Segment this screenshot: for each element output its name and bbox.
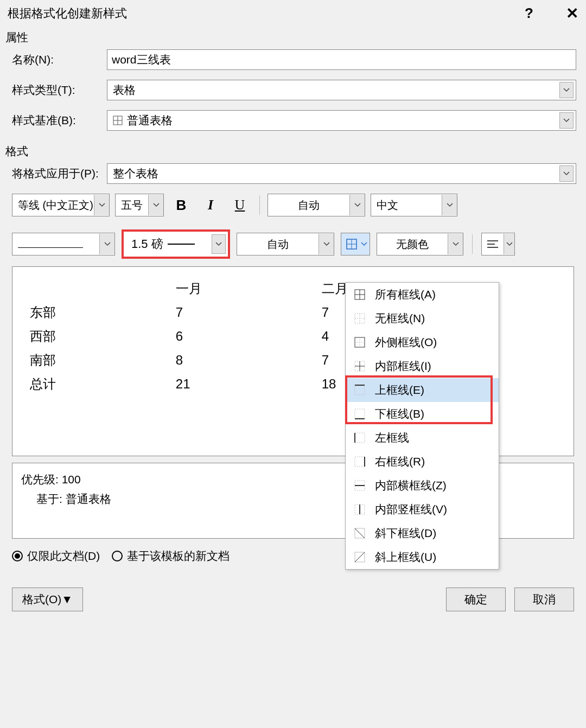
chevron-down-icon [448,234,463,254]
format-button[interactable]: 格式(O)▼ [12,587,83,611]
ok-button[interactable]: 确定 [446,587,506,611]
border-diagUp-icon [353,551,366,564]
font-family-select[interactable]: 等线 (中文正文) [12,194,110,216]
borders-menu-all[interactable]: 所有框线(A) [346,283,499,306]
line-style-icon [18,247,83,248]
borders-menu-innerH[interactable]: 内部横框线(Z) [346,474,499,497]
borders-menu-label: 外侧框线(O) [375,335,437,350]
font-color-select[interactable]: 自动 [267,194,365,216]
fill-color-value: 无颜色 [377,237,448,252]
section-format-label: 格式 [0,141,586,161]
chevron-down-icon [559,112,574,129]
border-all-icon [353,288,366,301]
table-icon [113,116,123,125]
italic-button[interactable]: I [199,194,222,216]
close-button[interactable]: ✕ [566,4,578,22]
borders-menu-inside[interactable]: 内部框线(I) [346,354,499,378]
svg-rect-21 [355,385,365,395]
borders-menu-label: 斜上框线(U) [375,550,436,565]
style-based-value: 普通表格 [127,113,173,128]
table-cell: 7 [171,301,317,324]
border-color-select[interactable]: 自动 [237,233,334,256]
underline-button[interactable]: U [228,194,252,216]
border-bottom-icon [353,407,366,420]
border-outside-icon [353,336,366,349]
svg-line-34 [355,528,365,538]
chevron-down-icon [349,195,365,215]
font-lang-select[interactable]: 中文 [371,194,457,216]
radio-this-document-label: 仅限此文档(D) [27,548,100,564]
font-lang-value: 中文 [371,198,442,213]
borders-menu-label: 内部竖框线(V) [375,502,447,517]
chevron-down-icon [148,195,163,215]
font-size-select[interactable]: 五号 [115,194,164,216]
dialog-footer: 格式(O)▼ 确定 取消 [0,587,586,621]
table-cell: 21 [171,372,317,396]
font-toolbar: 等线 (中文正文) 五号 B I U 自动 中文 [0,194,586,216]
table-header [26,277,171,301]
table-cell: 总计 [26,372,171,396]
borders-menu-diagUp[interactable]: 斜上框线(U) [346,545,499,569]
borders-menu-label: 内部框线(I) [375,359,431,374]
line-weight-select[interactable]: 1.5 磅 [122,229,230,259]
font-family-value: 等线 (中文正文) [12,198,94,213]
borders-menu-bottom[interactable]: 下框线(B) [346,402,499,426]
line-weight-value: 1.5 磅 [131,236,163,252]
table-cell: 东部 [26,301,171,324]
borders-menu-left[interactable]: 左框线 [346,426,499,450]
borders-menu-label: 上框线(E) [375,382,424,398]
dialog-titlebar: 根据格式化创建新样式 ? ✕ [0,0,586,27]
section-properties-label: 属性 [0,27,586,47]
line-style-select[interactable] [12,233,115,256]
radio-template[interactable]: 基于该模板的新文档 [112,548,230,564]
name-input[interactable] [107,49,576,70]
border-color-value: 自动 [237,237,319,252]
chevron-down-icon [319,234,334,254]
borders-menu-innerV[interactable]: 内部竖框线(V) [346,497,499,521]
style-based-label: 样式基准(B): [12,113,107,128]
style-type-select[interactable]: 表格 [107,80,576,100]
radio-this-document[interactable]: 仅限此文档(D) [12,548,100,564]
style-type-label: 样式类型(T): [12,82,107,98]
fill-color-select[interactable]: 无颜色 [377,233,463,256]
chevron-down-icon [212,234,226,254]
radio-template-label: 基于该模板的新文档 [127,548,230,564]
border-innerV-icon [353,503,366,516]
borders-menu-outside[interactable]: 外侧框线(O) [346,330,499,354]
borders-dropdown-menu: 所有框线(A)无框线(N)外侧框线(O)内部框线(I)上框线(E)下框线(B)左… [345,282,499,570]
borders-menu-label: 下框线(B) [375,406,424,422]
border-right-icon [353,455,366,468]
borders-button[interactable] [341,233,370,256]
apply-to-select[interactable]: 整个表格 [107,163,576,184]
bold-button[interactable]: B [169,194,193,216]
cancel-button[interactable]: 取消 [514,587,574,611]
dialog-title: 根据格式化创建新样式 [8,5,525,22]
style-based-select[interactable]: 普通表格 [107,110,576,131]
svg-line-36 [355,552,365,562]
border-toolbar: 1.5 磅 自动 无颜色 [0,229,586,259]
table-cell: 8 [171,348,317,372]
apply-to-label: 将格式应用于(P): [12,166,107,181]
borders-menu-label: 所有框线(A) [375,287,436,302]
border-diagDown-icon [353,527,366,540]
align-icon [487,240,498,248]
borders-menu-right[interactable]: 右框线(R) [346,450,499,474]
apply-to-value: 整个表格 [113,166,158,181]
chevron-down-icon [559,82,574,98]
table-header: 一月 [171,277,317,301]
style-type-value: 表格 [113,82,136,98]
borders-menu-none[interactable]: 无框线(N) [346,306,499,330]
toolbar-divider [259,195,260,215]
align-button[interactable] [481,233,515,256]
borders-menu-diagDown[interactable]: 斜下框线(D) [346,521,499,545]
svg-rect-23 [355,409,365,419]
borders-menu-top[interactable]: 上框线(E) [346,378,499,402]
borders-menu-label: 内部横框线(Z) [375,478,447,493]
border-top-icon [353,384,366,397]
table-cell: 南部 [26,348,171,372]
borders-menu-label: 左框线 [375,430,409,445]
table-cell: 6 [171,324,317,348]
help-button[interactable]: ? [525,5,533,22]
font-color-value: 自动 [268,198,349,213]
chevron-down-icon [361,242,367,246]
